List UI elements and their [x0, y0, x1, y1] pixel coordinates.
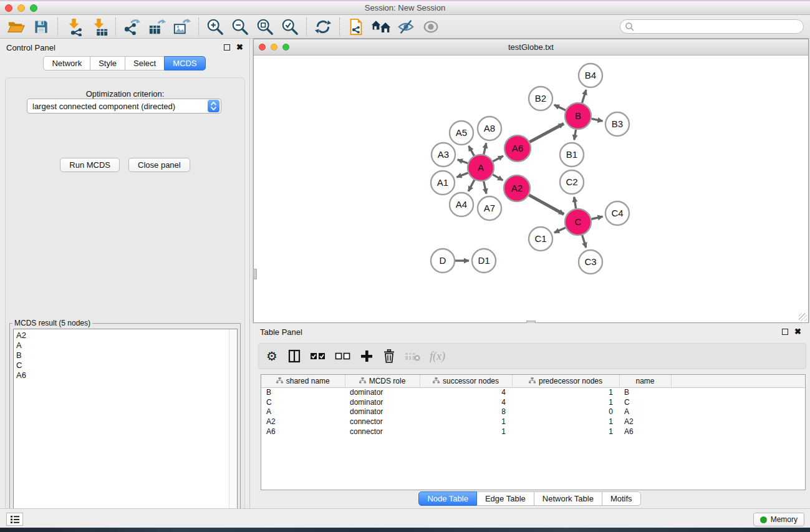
table-row[interactable]: Cdominator41C — [261, 397, 805, 407]
graph-node-A3[interactable]: A3 — [432, 143, 455, 167]
column-header-predecessor-nodes[interactable]: predecessor nodes — [512, 375, 619, 387]
deselect-all-columns-icon[interactable] — [335, 347, 351, 365]
open-file-icon[interactable] — [4, 16, 29, 37]
table-cell[interactable]: A2 — [261, 417, 345, 427]
select-all-columns-icon[interactable] — [310, 347, 326, 365]
network-canvas[interactable]: B4B2BB3A5A8A6A3AB1A1C2A2A4A7C4CC1C3DD1 — [254, 56, 808, 322]
graph-node-A6[interactable]: A6 — [504, 135, 531, 162]
column-header-name[interactable]: name — [619, 375, 671, 387]
table-cell[interactable]: dominator — [345, 407, 420, 417]
split-columns-icon[interactable] — [287, 347, 301, 365]
tab-network[interactable]: Network — [43, 56, 90, 70]
graph-node-A1[interactable]: A1 — [431, 171, 455, 195]
table-cell[interactable]: 1 — [420, 417, 512, 427]
tab-mcds[interactable]: MCDS — [164, 56, 205, 70]
tab-motifs[interactable]: Motifs — [602, 491, 641, 506]
graph-node-B2[interactable]: B2 — [529, 87, 552, 110]
graph-edge-A-A2[interactable] — [493, 175, 503, 180]
new-session-from-network-icon[interactable] — [344, 16, 369, 37]
graph-node-A5[interactable]: A5 — [450, 121, 473, 145]
tab-style[interactable]: Style — [90, 56, 125, 70]
graph-node-A4[interactable]: A4 — [450, 193, 473, 216]
graph-edge-A-A3[interactable] — [458, 160, 468, 163]
zoom-in-icon[interactable] — [203, 16, 228, 37]
export-table-icon[interactable] — [145, 16, 170, 37]
network-graph[interactable]: B4B2BB3A5A8A6A3AB1A1C2A2A4A7C4CC1C3DD1 — [254, 56, 808, 322]
close-panel-icon[interactable]: ✖ — [236, 44, 243, 51]
tab-select[interactable]: Select — [125, 56, 165, 70]
table-cell[interactable]: A — [261, 407, 345, 417]
graph-edge-A6-B[interactable] — [529, 123, 564, 142]
table-cell[interactable]: B — [619, 387, 671, 397]
graph-edge-A-A8[interactable] — [484, 143, 486, 154]
graph-edge-C-C3[interactable] — [582, 235, 586, 248]
add-column-icon[interactable] — [360, 347, 374, 365]
mcds-result-item[interactable]: A2 — [16, 331, 237, 341]
zoom-selected-icon[interactable] — [277, 16, 302, 37]
graph-edge-A-A1[interactable] — [456, 173, 468, 177]
column-header-successor-nodes[interactable]: successor nodes — [420, 375, 512, 387]
import-network-icon[interactable] — [62, 16, 87, 37]
table-cell[interactable]: A — [619, 407, 671, 417]
graph-node-D[interactable]: D — [431, 249, 455, 273]
zoom-fit-icon[interactable] — [253, 16, 277, 37]
float-panel-icon[interactable] — [224, 44, 230, 51]
tab-edge-table[interactable]: Edge Table — [476, 491, 534, 506]
export-image-icon[interactable] — [170, 16, 195, 37]
table-cell[interactable]: 0 — [512, 407, 619, 417]
graph-edge-A-A5[interactable] — [469, 146, 475, 156]
mcds-result-item[interactable]: B — [16, 351, 237, 360]
table-cell[interactable]: connector — [345, 427, 420, 437]
table-cell[interactable]: dominator — [345, 387, 420, 397]
close-panel-button[interactable]: Close panel — [128, 158, 190, 172]
delete-column-icon[interactable] — [382, 347, 396, 365]
left-splitter-handle[interactable] — [253, 269, 257, 279]
graph-node-C1[interactable]: C1 — [529, 227, 552, 251]
import-table-icon[interactable] — [87, 16, 112, 37]
graph-edge-B-B2[interactable] — [554, 105, 566, 110]
mcds-result-item[interactable]: C — [16, 360, 237, 370]
table-cell[interactable]: 1 — [512, 387, 619, 397]
mcds-result-item[interactable]: A6 — [16, 370, 237, 380]
graph-edge-B-B4[interactable] — [582, 90, 586, 103]
optimization-criterion-select[interactable]: largest connected component (directed) — [27, 99, 221, 114]
graph-edge-C-C2[interactable] — [574, 197, 576, 209]
task-history-button[interactable] — [6, 513, 23, 526]
table-cell[interactable]: 4 — [420, 397, 512, 407]
table-cell[interactable]: A6 — [619, 427, 671, 437]
table-cell[interactable]: C — [619, 397, 671, 407]
graph-node-D1[interactable]: D1 — [472, 249, 496, 273]
tab-node-table[interactable]: Node Table — [418, 491, 477, 506]
table-row[interactable]: A6connector11A6 — [261, 427, 805, 437]
table-row[interactable]: Adominator80A — [261, 407, 805, 417]
show-graphics-details-icon[interactable] — [418, 16, 443, 37]
close-table-panel-icon[interactable]: ✖ — [794, 329, 801, 335]
save-session-icon[interactable] — [29, 16, 54, 37]
table-cell[interactable]: C — [261, 397, 345, 407]
run-mcds-button[interactable]: Run MCDS — [60, 158, 120, 172]
float-table-panel-icon[interactable] — [782, 329, 788, 335]
mcds-result-item[interactable]: A — [16, 341, 237, 351]
graph-node-B1[interactable]: B1 — [560, 143, 584, 167]
graph-edge-B-B1[interactable] — [574, 130, 576, 140]
gear-icon[interactable]: ⚙ — [265, 347, 279, 365]
table-cell[interactable]: 1 — [420, 427, 512, 437]
graph-edge-A-A4[interactable] — [468, 180, 475, 191]
column-header-shared-name[interactable]: shared name — [261, 375, 345, 387]
graph-edge-C-C4[interactable] — [591, 216, 602, 219]
graph-edge-A-A7[interactable] — [484, 181, 486, 194]
graph-node-C2[interactable]: C2 — [560, 170, 584, 194]
window-resize-grip[interactable] — [799, 313, 807, 321]
home-icon[interactable] — [369, 16, 393, 37]
table-cell[interactable]: 8 — [420, 407, 512, 417]
table-cell[interactable]: A2 — [619, 417, 671, 427]
table-cell[interactable]: connector — [345, 417, 420, 427]
hide-graphics-details-icon[interactable] — [393, 16, 418, 37]
column-header-MCDS-role[interactable]: MCDS role — [345, 375, 420, 387]
mcds-result-scrollbar[interactable] — [229, 329, 237, 531]
refresh-icon[interactable] — [311, 16, 335, 37]
table-cell[interactable]: B — [261, 387, 345, 397]
zoom-out-icon[interactable] — [228, 16, 253, 37]
table-cell[interactable]: 1 — [512, 417, 619, 427]
table-cell[interactable]: 4 — [420, 387, 512, 397]
